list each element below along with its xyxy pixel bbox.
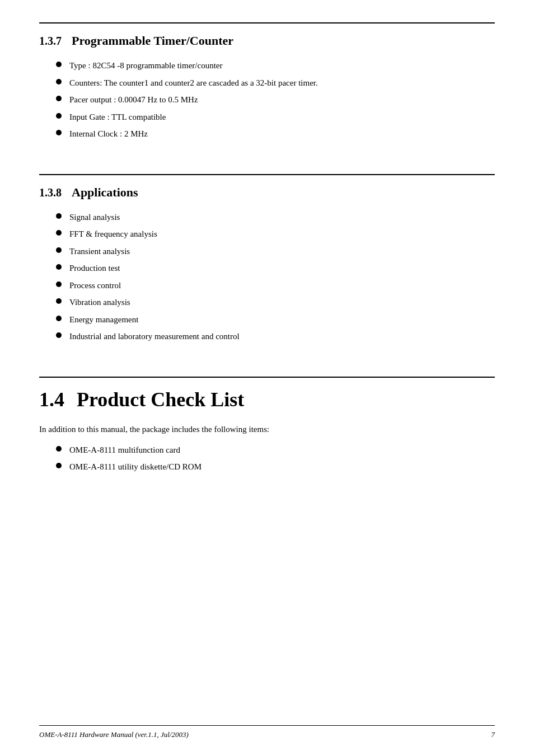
section-14-header: 1.4 Product Check List <box>39 388 495 411</box>
section-14-title: Product Check List <box>77 388 244 411</box>
page: 1.3.7 Programmable Timer/Counter Type : … <box>0 0 534 756</box>
bullet-icon <box>56 247 62 253</box>
bullet-icon <box>56 298 62 304</box>
section-138-title: Applications <box>72 185 138 200</box>
section-137-header: 1.3.7 Programmable Timer/Counter <box>39 34 495 48</box>
section-14: 1.4 Product Check List In addition to th… <box>39 377 495 473</box>
list-item-text: Type : 82C54 -8 programmable timer/count… <box>69 59 222 72</box>
list-item: Production test <box>56 262 495 275</box>
list-item-text: Pacer output : 0.00047 Hz to 0.5 MHz <box>69 93 198 106</box>
list-item: Industrial and laboratory measurement an… <box>56 330 495 343</box>
section-137-number: 1.3.7 <box>39 35 62 48</box>
list-item-text: Internal Clock : 2 MHz <box>69 128 148 140</box>
list-item: FFT & frequency analysis <box>56 228 495 241</box>
section-137: 1.3.7 Programmable Timer/Counter Type : … <box>39 22 495 140</box>
list-item: Input Gate : TTL compatible <box>56 111 495 124</box>
list-item: Counters: The counter1 and counter2 are … <box>56 77 495 90</box>
list-item: Process control <box>56 279 495 292</box>
list-item: Pacer output : 0.00047 Hz to 0.5 MHz <box>56 93 495 106</box>
bullet-icon <box>56 113 62 119</box>
section-138-number: 1.3.8 <box>39 186 62 199</box>
list-item: Internal Clock : 2 MHz <box>56 128 495 140</box>
section-138-rule <box>39 174 495 175</box>
bullet-icon <box>56 446 62 452</box>
footer-left: OME-A-8111 Hardware Manual (ver.1.1, Jul… <box>39 730 189 739</box>
list-item: Signal analysis <box>56 211 495 224</box>
section-137-list: Type : 82C54 -8 programmable timer/count… <box>56 59 495 140</box>
section-138-list: Signal analysis FFT & frequency analysis… <box>56 211 495 343</box>
bullet-icon <box>56 213 62 219</box>
bullet-icon <box>56 79 62 84</box>
section-137-title: Programmable Timer/Counter <box>72 34 233 48</box>
list-item: Transient analysis <box>56 245 495 258</box>
list-item: OME-A-8111 utility diskette/CD ROM <box>56 461 495 473</box>
list-item: Energy management <box>56 313 495 326</box>
list-item-text: Transient analysis <box>69 245 130 258</box>
footer-right: 7 <box>491 730 495 739</box>
bullet-icon <box>56 281 62 287</box>
bullet-icon <box>56 130 62 135</box>
section-138: 1.3.8 Applications Signal analysis FFT &… <box>39 174 495 343</box>
bullet-icon <box>56 316 62 321</box>
list-item-text: Energy management <box>69 313 138 326</box>
list-item-text: Input Gate : TTL compatible <box>69 111 166 124</box>
list-item-text: FFT & frequency analysis <box>69 228 157 241</box>
list-item-text: Industrial and laboratory measurement an… <box>69 330 240 343</box>
bullet-icon <box>56 332 62 338</box>
list-item-text: OME-A-8111 multifunction card <box>69 444 180 457</box>
bullet-icon <box>56 463 62 468</box>
bullet-icon <box>56 230 62 236</box>
section-14-rule <box>39 377 495 378</box>
bullet-icon <box>56 96 62 101</box>
bullet-icon <box>56 264 62 270</box>
list-item: OME-A-8111 multifunction card <box>56 444 495 457</box>
section-14-intro: In addition to this manual, the package … <box>39 422 495 436</box>
list-item-text: Vibration analysis <box>69 296 130 309</box>
section-14-number: 1.4 <box>39 388 64 411</box>
list-item-text: Production test <box>69 262 120 275</box>
bullet-icon <box>56 62 62 67</box>
page-footer: OME-A-8111 Hardware Manual (ver.1.1, Jul… <box>39 725 495 739</box>
section-137-rule <box>39 22 495 24</box>
list-item-text: Counters: The counter1 and counter2 are … <box>69 77 318 90</box>
list-item-text: OME-A-8111 utility diskette/CD ROM <box>69 461 202 473</box>
list-item: Type : 82C54 -8 programmable timer/count… <box>56 59 495 72</box>
list-item-text: Process control <box>69 279 121 292</box>
section-138-header: 1.3.8 Applications <box>39 185 495 200</box>
section-14-list: OME-A-8111 multifunction card OME-A-8111… <box>56 444 495 473</box>
list-item-text: Signal analysis <box>69 211 120 224</box>
list-item: Vibration analysis <box>56 296 495 309</box>
